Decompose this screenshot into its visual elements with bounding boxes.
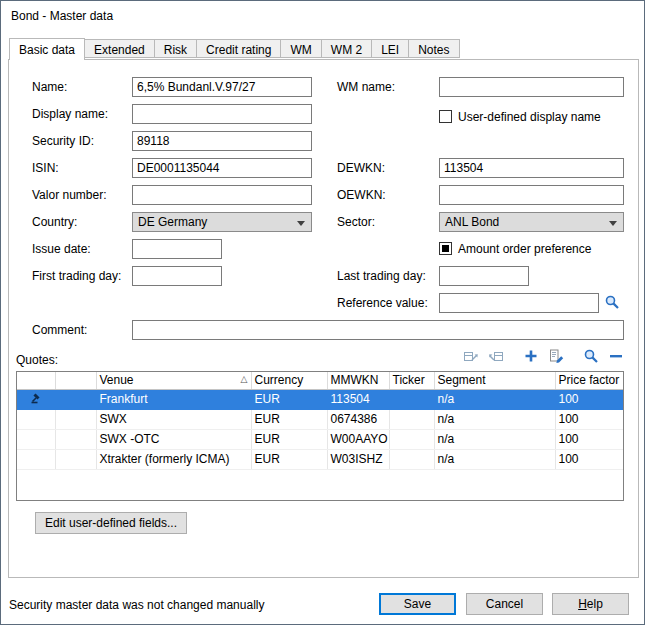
- search-quote-icon[interactable]: [583, 348, 599, 364]
- valor-number-input[interactable]: [132, 185, 312, 205]
- basic-data-panel: Name: Display name: Security ID: ISIN: V…: [8, 59, 639, 578]
- security-id-label: Security ID:: [32, 134, 94, 148]
- price-factor-cell: 100: [555, 389, 624, 409]
- valor-number-label: Valor number:: [32, 188, 106, 202]
- user-defined-display-name-label: User-defined display name: [458, 110, 601, 124]
- currency-cell: EUR: [251, 429, 327, 449]
- quote-row-swx-otc[interactable]: SWX -OTC EUR W00AAYO n/a 100: [17, 429, 624, 449]
- quotes-header-row: Venue△ Currency MMWKN Ticker Segment Pri…: [17, 372, 624, 389]
- quote-row-xtrakter[interactable]: Xtrakter (formerly ICMA) EUR W03ISHZ n/a…: [17, 449, 624, 469]
- user-defined-display-name-checkbox[interactable]: User-defined display name: [439, 109, 601, 124]
- sort-ascending-icon[interactable]: △: [241, 374, 248, 384]
- col-segment[interactable]: Segment: [434, 372, 555, 389]
- cancel-button[interactable]: Cancel: [466, 593, 543, 615]
- currency-cell: EUR: [251, 449, 327, 469]
- link-quote-icon[interactable]: [488, 348, 504, 364]
- edit-user-defined-fields-button[interactable]: Edit user-defined fields...: [35, 512, 187, 534]
- display-name-input[interactable]: [132, 104, 312, 124]
- wm-name-input[interactable]: [439, 77, 624, 97]
- tab-wm[interactable]: WM: [280, 39, 321, 58]
- first-trading-day-input[interactable]: [132, 266, 222, 286]
- help-mnemonic: H: [578, 597, 587, 611]
- add-quote-icon[interactable]: [523, 348, 539, 364]
- tab-credit-rating[interactable]: Credit rating: [196, 39, 281, 58]
- comment-label: Comment:: [32, 323, 87, 337]
- venue-cell: SWX -OTC: [96, 429, 251, 449]
- dewkn-input[interactable]: [439, 158, 624, 178]
- titlebar: Bond - Master data: [1, 1, 644, 31]
- tab-wm2[interactable]: WM 2: [321, 39, 372, 58]
- tab-lei[interactable]: LEI: [371, 39, 409, 58]
- quote-row-swx[interactable]: SWX EUR 0674386 n/a 100: [17, 409, 624, 429]
- isin-input[interactable]: [132, 158, 312, 178]
- chevron-down-icon: [609, 221, 617, 226]
- venue-cell: SWX: [96, 409, 251, 429]
- col-currency[interactable]: Currency: [251, 372, 327, 389]
- amount-order-preference-checkbox[interactable]: Amount order preference: [439, 241, 591, 256]
- ticker-cell: [389, 449, 434, 469]
- name-label: Name:: [32, 80, 67, 94]
- bond-master-data-dialog: Bond - Master data Basic data Extended R…: [0, 0, 645, 625]
- reference-value-search-icon[interactable]: [604, 294, 620, 310]
- name-input[interactable]: [132, 77, 312, 97]
- reference-value-label: Reference value:: [337, 296, 428, 310]
- display-name-label: Display name:: [32, 107, 108, 121]
- col-venue[interactable]: Venue△: [96, 372, 251, 389]
- security-id-input[interactable]: [132, 131, 312, 151]
- sector-label: Sector:: [337, 215, 375, 229]
- col-ticker[interactable]: Ticker: [389, 372, 434, 389]
- col-price-factor[interactable]: Price factor: [555, 372, 624, 389]
- quote-row-frankfurt[interactable]: Frankfurt EUR 113504 n/a 100: [17, 389, 624, 409]
- sector-select[interactable]: ANL Bond: [439, 212, 624, 232]
- last-trading-day-input[interactable]: [439, 266, 529, 286]
- ticker-cell: [389, 409, 434, 429]
- country-value: DE Germany: [138, 215, 207, 229]
- reference-value-input[interactable]: [439, 293, 599, 313]
- help-rest: elp: [587, 597, 603, 611]
- venue-cell: Xtrakter (formerly ICMA): [96, 449, 251, 469]
- edit-quote-icon[interactable]: [548, 348, 564, 364]
- help-button[interactable]: Help: [552, 593, 629, 615]
- tab-strip: Basic data Extended Risk Credit rating W…: [9, 39, 460, 60]
- mmwkn-cell: W03ISHZ: [327, 449, 389, 469]
- window-title: Bond - Master data: [11, 9, 113, 23]
- status-text: Security master data was not changed man…: [9, 598, 264, 612]
- amount-order-preference-label: Amount order preference: [458, 242, 591, 256]
- currency-cell: EUR: [251, 409, 327, 429]
- save-button[interactable]: Save: [379, 593, 456, 615]
- venue-cell: Frankfurt: [96, 389, 251, 409]
- col-flag: [55, 372, 96, 389]
- oewkn-input[interactable]: [439, 185, 624, 205]
- isin-label: ISIN:: [32, 161, 59, 175]
- segment-cell: n/a: [434, 449, 555, 469]
- tab-notes[interactable]: Notes: [408, 39, 459, 58]
- wm-name-label: WM name:: [337, 80, 395, 94]
- tab-risk[interactable]: Risk: [154, 39, 197, 58]
- remove-quote-icon[interactable]: [608, 348, 624, 364]
- checkbox-box: [439, 242, 452, 255]
- country-select[interactable]: DE Germany: [132, 212, 312, 232]
- segment-cell: n/a: [434, 409, 555, 429]
- last-trading-day-label: Last trading day:: [337, 269, 426, 283]
- assign-quote-icon[interactable]: [463, 348, 479, 364]
- segment-cell: n/a: [434, 429, 555, 449]
- ticker-cell: [389, 429, 434, 449]
- mmwkn-cell: W00AAYO: [327, 429, 389, 449]
- sector-value: ANL Bond: [445, 215, 499, 229]
- quotes-label: Quotes:: [16, 353, 58, 367]
- first-trading-day-label: First trading day:: [32, 269, 121, 283]
- col-marker: [17, 372, 55, 389]
- tab-extended[interactable]: Extended: [84, 39, 155, 58]
- checkbox-box: [439, 110, 452, 123]
- issue-date-input[interactable]: [132, 239, 222, 259]
- tab-basic-data[interactable]: Basic data: [9, 38, 85, 60]
- mmwkn-cell: 113504: [327, 389, 389, 409]
- price-factor-cell: 100: [555, 429, 624, 449]
- oewkn-label: OEWKN:: [337, 188, 386, 202]
- currency-cell: EUR: [251, 389, 327, 409]
- chevron-down-icon: [297, 221, 305, 226]
- col-mmwkn[interactable]: MMWKN: [327, 372, 389, 389]
- comment-input[interactable]: [132, 320, 624, 340]
- quotes-toolbar: [429, 348, 624, 364]
- country-label: Country:: [32, 215, 77, 229]
